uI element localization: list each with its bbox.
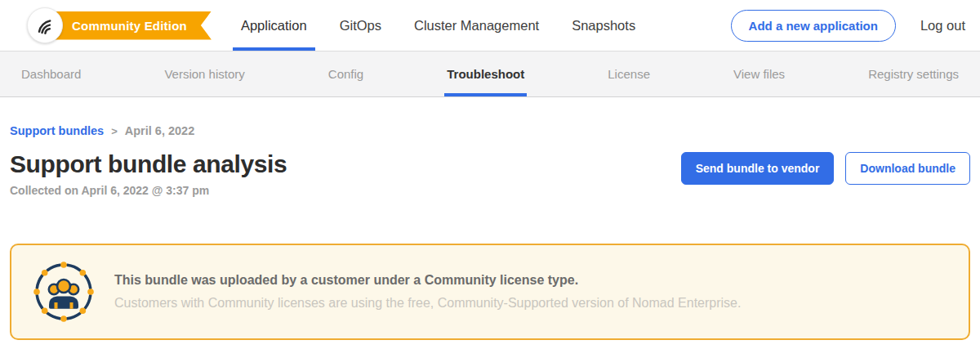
subnav-dashboard[interactable]: Dashboard (19, 51, 83, 96)
top-header: Community Edition Application GitOps Clu… (0, 0, 980, 51)
title-block: Support bundle analysis Collected on Apr… (10, 150, 287, 197)
header-actions: Add a new application Log out (731, 0, 967, 51)
download-bundle-button[interactable]: Download bundle (845, 152, 970, 185)
subnav-license[interactable]: License (605, 51, 653, 96)
community-license-banner: This bundle was uploaded by a customer u… (10, 244, 970, 340)
breadcrumb: Support bundles > April 6, 2022 (10, 124, 970, 137)
breadcrumb-link-support-bundles[interactable]: Support bundles (10, 124, 104, 137)
subnav-version-history[interactable]: Version history (162, 51, 247, 96)
subnav-config[interactable]: Config (326, 51, 366, 96)
collected-timestamp: Collected on April 6, 2022 @ 3:37 pm (10, 184, 287, 197)
send-bundle-button[interactable]: Send bundle to vendor (681, 152, 835, 185)
tab-snapshots[interactable]: Snapshots (564, 0, 644, 51)
tab-application[interactable]: Application (233, 0, 315, 51)
community-edition-badge: Community Edition (46, 11, 212, 40)
brand: Community Edition (27, 0, 212, 51)
bundle-actions: Send bundle to vendor Download bundle (681, 152, 970, 185)
banner-description: Customers with Community licenses are us… (114, 296, 741, 311)
title-row: Support bundle analysis Collected on Apr… (10, 150, 970, 197)
main-content: Support bundles > April 6, 2022 Support … (0, 124, 980, 340)
banner-text: This bundle was uploaded by a customer u… (114, 273, 741, 311)
add-application-button[interactable]: Add a new application (731, 10, 896, 42)
subnav-registry-settings[interactable]: Registry settings (866, 51, 961, 96)
page-title: Support bundle analysis (10, 150, 287, 178)
banner-title: This bundle was uploaded by a customer u… (114, 273, 741, 288)
community-people-icon (31, 259, 96, 324)
subnav-view-files[interactable]: View files (731, 51, 787, 96)
replicated-logo-icon (27, 7, 63, 43)
secondary-nav: Dashboard Version history Config Trouble… (0, 51, 980, 97)
tab-gitops[interactable]: GitOps (332, 0, 390, 51)
breadcrumb-separator: > (111, 125, 118, 137)
tab-cluster-management[interactable]: Cluster Management (406, 0, 547, 51)
breadcrumb-current: April 6, 2022 (125, 124, 194, 137)
subnav-troubleshoot[interactable]: Troubleshoot (444, 51, 527, 96)
primary-nav: Application GitOps Cluster Management Sn… (225, 0, 652, 51)
logout-link[interactable]: Log out (920, 18, 965, 34)
